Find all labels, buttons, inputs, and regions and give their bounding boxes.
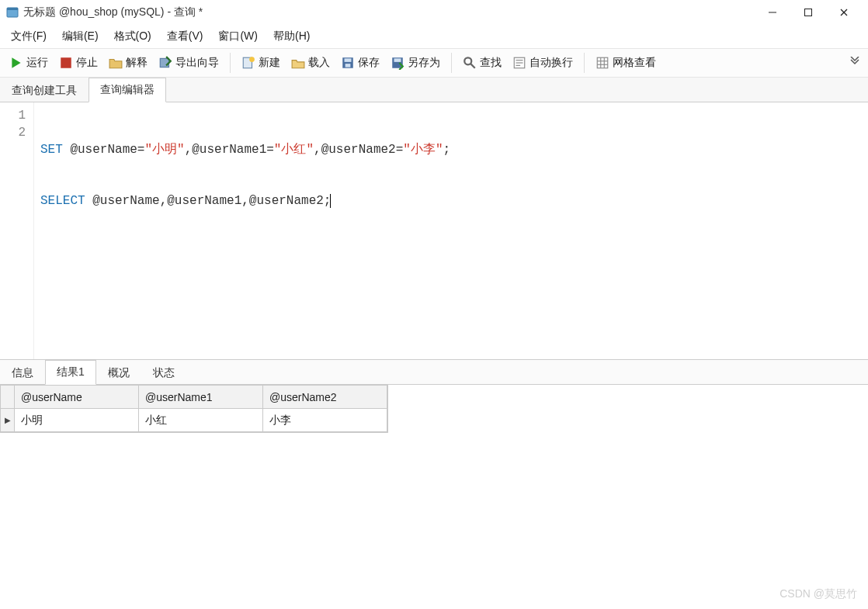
grid-cell[interactable]: 小李 (263, 409, 387, 432)
line-gutter: 1 2 (0, 102, 34, 359)
svg-rect-22 (597, 57, 608, 68)
svg-rect-7 (61, 57, 71, 68)
menu-format[interactable]: 格式(O) (108, 26, 158, 47)
load-label: 载入 (308, 56, 330, 70)
save-as-icon (391, 56, 404, 70)
folder-explain-icon (109, 56, 123, 70)
tab-info[interactable]: 信息 (0, 361, 45, 385)
sql-string: "小明" (144, 143, 184, 157)
text-caret (330, 194, 331, 208)
save-icon (341, 56, 355, 70)
new-icon (241, 56, 255, 70)
search-icon (463, 56, 477, 70)
export-icon (158, 56, 172, 70)
play-icon (9, 56, 23, 70)
load-button[interactable]: 载入 (286, 54, 335, 72)
run-button[interactable]: 运行 (5, 54, 53, 72)
menu-file[interactable]: 文件(F) (5, 26, 53, 47)
wrap-label: 自动换行 (529, 56, 573, 70)
column-header[interactable]: @userName1 (139, 386, 263, 409)
grid-view-label: 网格查看 (613, 56, 656, 70)
svg-line-17 (470, 64, 475, 68)
grid-cell[interactable]: 小红 (139, 409, 263, 432)
window-controls (755, 1, 862, 24)
save-as-button[interactable]: 另存为 (386, 54, 445, 72)
svg-rect-8 (160, 58, 168, 67)
save-button[interactable]: 保存 (336, 54, 384, 72)
sql-editor[interactable]: 1 2 SET @userName="小明",@userName1="小红",@… (0, 102, 868, 360)
grid-cell[interactable]: 小明 (15, 409, 139, 432)
grid-corner (1, 386, 15, 409)
export-wizard-button[interactable]: 导出向导 (154, 54, 224, 72)
grid-header-row: @userName @userName1 @userName2 (1, 386, 387, 409)
svg-point-10 (249, 57, 255, 62)
sql-text: ,@userName2= (314, 143, 403, 157)
stop-label: 停止 (76, 56, 98, 70)
results-panel: @userName @userName1 @userName2 ▶ 小明 小红 … (0, 385, 868, 579)
toolbar-overflow[interactable] (846, 54, 863, 73)
find-label: 查找 (480, 56, 502, 70)
sql-string: "小红" (274, 143, 314, 157)
sql-text: ,@userName1= (185, 143, 274, 157)
menu-bar: 文件(F) 编辑(E) 格式(O) 查看(V) 窗口(W) 帮助(H) (0, 25, 868, 48)
sql-text: @userName= (63, 143, 145, 157)
save-as-label: 另存为 (408, 56, 440, 70)
toolbar-separator (230, 53, 231, 73)
new-label: 新建 (259, 56, 280, 70)
table-row[interactable]: ▶ 小明 小红 小李 (1, 409, 387, 432)
svg-rect-3 (805, 9, 812, 16)
menu-window[interactable]: 窗口(W) (212, 26, 264, 47)
watermark: CSDN @莫思竹 (779, 587, 857, 601)
svg-rect-12 (345, 58, 352, 62)
explain-label: 解释 (126, 56, 148, 70)
find-button[interactable]: 查找 (458, 54, 506, 72)
tab-result1[interactable]: 结果1 (45, 360, 96, 385)
folder-open-icon (291, 56, 305, 70)
svg-rect-1 (7, 8, 18, 10)
toolbar-separator (451, 53, 452, 73)
tab-profile[interactable]: 概况 (96, 361, 141, 385)
new-button[interactable]: 新建 (237, 54, 285, 72)
svg-rect-15 (394, 58, 401, 62)
sql-text: @userName,@userName1,@userName2; (85, 194, 332, 208)
svg-marker-6 (12, 57, 20, 68)
stop-icon (59, 56, 73, 70)
results-tabbar: 信息 结果1 概况 状态 (0, 360, 868, 385)
svg-rect-13 (345, 64, 351, 67)
minimize-button[interactable] (755, 1, 790, 24)
column-header[interactable]: @userName2 (263, 386, 387, 409)
row-marker: ▶ (1, 409, 15, 432)
wrap-icon (512, 56, 526, 70)
app-icon (6, 6, 19, 19)
title-bar: 无标题 @hou_shop (mySQL) - 查询 * (0, 0, 868, 25)
explain-button[interactable]: 解释 (104, 54, 152, 72)
tab-status[interactable]: 状态 (141, 361, 186, 385)
sql-string: "小李" (403, 143, 443, 157)
export-label: 导出向导 (175, 56, 219, 70)
grid-view-button[interactable]: 网格查看 (591, 54, 661, 72)
line-number: 2 (0, 124, 26, 141)
code-area[interactable]: SET @userName="小明",@userName1="小红",@user… (34, 102, 868, 359)
maximize-button[interactable] (790, 1, 826, 24)
grid-icon (595, 56, 609, 70)
editor-tabbar: 查询创建工具 查询编辑器 (0, 78, 868, 102)
svg-point-16 (464, 57, 471, 64)
menu-view[interactable]: 查看(V) (161, 26, 210, 47)
toolbar: 运行 停止 解释 导出向导 新建 载入 保存 另存为 查找 自动换行 网格查看 (0, 48, 868, 78)
window-title: 无标题 @hou_shop (mySQL) - 查询 * (23, 5, 755, 19)
menu-edit[interactable]: 编辑(E) (56, 26, 105, 47)
result-grid[interactable]: @userName @userName1 @userName2 ▶ 小明 小红 … (0, 385, 388, 433)
menu-help[interactable]: 帮助(H) (267, 26, 316, 47)
tab-query-builder[interactable]: 查询创建工具 (0, 78, 89, 102)
sql-keyword: SET (40, 143, 63, 157)
tab-query-editor[interactable]: 查询编辑器 (89, 78, 166, 102)
stop-button[interactable]: 停止 (54, 54, 102, 72)
save-label: 保存 (358, 56, 380, 70)
wrap-button[interactable]: 自动换行 (508, 54, 578, 72)
close-button[interactable] (826, 1, 862, 24)
run-label: 运行 (26, 56, 48, 70)
sql-text: ; (443, 143, 450, 157)
column-header[interactable]: @userName (15, 386, 139, 409)
toolbar-separator (584, 53, 585, 73)
line-number: 1 (0, 107, 26, 124)
